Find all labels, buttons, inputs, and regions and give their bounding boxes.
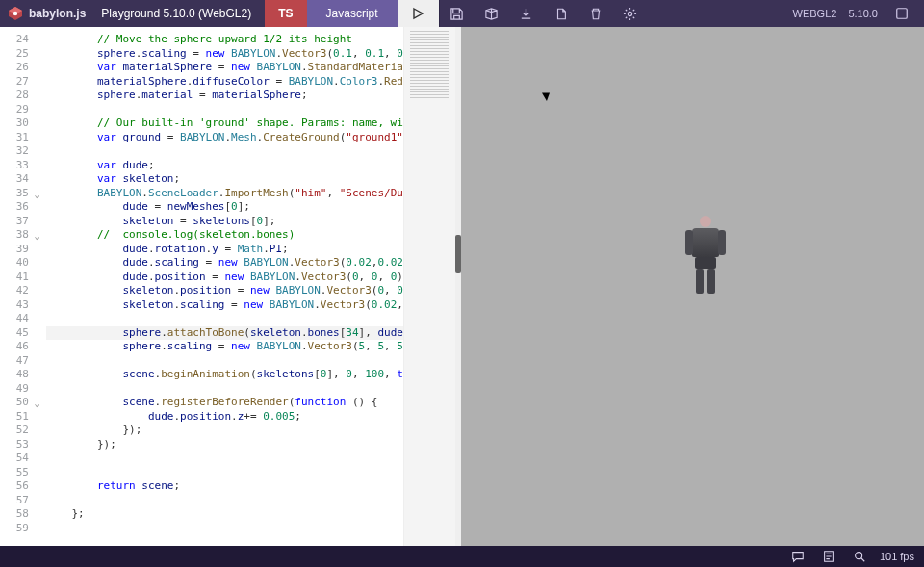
svg-point-7 <box>856 553 862 559</box>
code-line[interactable]: scene.registerBeforeRender(function () { <box>46 396 403 410</box>
code-line[interactable] <box>46 522 403 536</box>
code-line[interactable]: skeleton.position = new BABYLON.Vector3(… <box>46 284 403 298</box>
code-line[interactable]: sphere.material = materialSphere; <box>46 89 403 103</box>
code-line[interactable] <box>46 144 403 159</box>
code-line[interactable] <box>46 382 403 397</box>
code-line[interactable] <box>46 494 403 508</box>
code-line[interactable] <box>46 312 403 326</box>
fold-toggle-icon[interactable]: ⌄ <box>35 397 39 411</box>
code-content[interactable]: // Move the sphere upward 1/2 its height… <box>42 27 403 546</box>
mouse-cursor-icon <box>542 90 552 101</box>
svg-marker-3 <box>414 9 423 18</box>
code-line[interactable]: materialSphere.diffuseColor = BABYLON.Co… <box>46 75 403 90</box>
version-label[interactable]: 5.10.0 <box>848 8 878 19</box>
code-line[interactable]: sphere.scaling = new BABYLON.Vector3(5, … <box>46 340 403 354</box>
line-gutter: 242526272829303132333435⌄363738⌄39404142… <box>0 27 42 546</box>
code-line[interactable]: dude = newMeshes[0]; <box>46 200 403 215</box>
logo-icon <box>8 6 23 21</box>
code-line[interactable]: // console.log(skeleton.bones) <box>46 228 403 243</box>
code-line[interactable]: dude.rotation.y = Math.PI; <box>46 243 403 257</box>
render-canvas[interactable] <box>461 27 924 546</box>
code-editor[interactable]: 242526272829303132333435⌄363738⌄39404142… <box>0 27 455 546</box>
svg-point-2 <box>13 12 17 15</box>
fullscreen-button[interactable] <box>889 0 914 27</box>
search-icon[interactable] <box>849 546 870 567</box>
bottom-bar: 101 fps <box>0 546 924 567</box>
fold-toggle-icon[interactable]: ⌄ <box>35 229 39 244</box>
code-line[interactable]: skeleton.scaling = new BABYLON.Vector3(0… <box>46 298 403 313</box>
code-line[interactable] <box>46 466 403 480</box>
chat-icon[interactable] <box>787 546 808 567</box>
code-line[interactable] <box>46 103 403 117</box>
code-line[interactable]: var dude; <box>46 159 403 173</box>
lang-tab-js[interactable]: Javascript <box>307 0 398 27</box>
code-line[interactable]: sphere.attachToBone(skeleton.bones[34], … <box>46 326 403 341</box>
code-line[interactable]: sphere.scaling = new BABYLON.Vector3(0.1… <box>46 47 403 62</box>
brand-logo[interactable]: babylon.js <box>0 0 95 27</box>
code-line[interactable]: BABYLON.SceneLoader.ImportMesh("him", "S… <box>46 187 403 201</box>
code-line[interactable]: }); <box>46 438 403 452</box>
code-line[interactable]: }); <box>46 424 403 438</box>
new-button[interactable] <box>544 0 578 27</box>
playground-version: Playground 5.10.0 (WebGL2) <box>95 0 265 27</box>
lang-tab-ts[interactable]: TS <box>265 0 306 27</box>
code-line[interactable]: var materialSphere = new BABYLON.Standar… <box>46 61 403 75</box>
code-line[interactable]: var skeleton; <box>46 172 403 187</box>
svg-rect-5 <box>897 9 908 19</box>
code-line[interactable]: scene.beginAnimation(skeletons[0], 0, 10… <box>46 368 403 382</box>
code-line[interactable]: dude.position.z+= 0.005; <box>46 410 403 425</box>
inspector-button[interactable] <box>475 0 509 27</box>
minimap[interactable] <box>403 27 455 546</box>
svg-point-4 <box>629 12 632 15</box>
code-line[interactable]: dude.scaling = new BABYLON.Vector3(0.02,… <box>46 256 403 271</box>
fps-counter: 101 fps <box>880 551 914 562</box>
engine-info: WEBGL2 5.10.0 <box>783 0 924 27</box>
run-button[interactable] <box>398 0 440 27</box>
clear-button[interactable] <box>578 0 613 27</box>
fold-toggle-icon[interactable]: ⌄ <box>35 188 39 202</box>
code-line[interactable] <box>46 354 403 369</box>
minimap-preview <box>410 31 449 98</box>
download-button[interactable] <box>509 0 544 27</box>
settings-button[interactable] <box>613 0 648 27</box>
brand-name: babylon.js <box>29 7 86 20</box>
main-area: 242526272829303132333435⌄363738⌄39404142… <box>0 27 924 546</box>
code-line[interactable]: // Move the sphere upward 1/2 its height <box>46 33 403 47</box>
action-toolbar <box>440 0 648 27</box>
save-button[interactable] <box>440 0 475 27</box>
docs-icon[interactable] <box>818 546 839 567</box>
code-line[interactable]: }; <box>46 507 403 522</box>
top-toolbar: babylon.js Playground 5.10.0 (WebGL2) TS… <box>0 0 924 27</box>
code-line[interactable]: return scene; <box>46 479 403 494</box>
character-mesh <box>686 216 725 298</box>
code-line[interactable]: skeleton = skeletons[0]; <box>46 215 403 229</box>
code-line[interactable]: var ground = BABYLON.Mesh.CreateGround("… <box>46 131 403 145</box>
code-line[interactable]: dude.position = new BABYLON.Vector3(0, 0… <box>46 271 403 285</box>
code-line[interactable] <box>46 451 403 466</box>
code-line[interactable]: // Our built-in 'ground' shape. Params: … <box>46 116 403 131</box>
engine-label[interactable]: WEBGL2 <box>793 8 837 19</box>
